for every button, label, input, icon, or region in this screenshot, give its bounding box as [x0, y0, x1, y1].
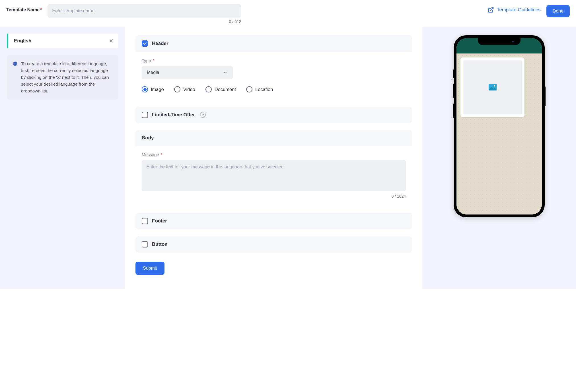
- check-icon: [143, 42, 147, 46]
- message-counter: 0 / 1024: [142, 194, 406, 199]
- main-area: English × To create a template in a diff…: [0, 27, 576, 289]
- left-sidebar: English × To create a template in a diff…: [0, 27, 125, 289]
- footer-section: Footer: [135, 213, 412, 229]
- radio-video-label: Video: [183, 87, 195, 92]
- template-name-counter: 0 / 512: [48, 19, 241, 24]
- preview-column: [422, 27, 576, 289]
- preview-message-card: [460, 57, 524, 117]
- header-checkbox[interactable]: [142, 40, 148, 47]
- svg-rect-2: [15, 63, 15, 65]
- radio-document-label: Document: [215, 87, 236, 92]
- radio-image-label: Image: [151, 87, 164, 92]
- template-guidelines-label: Template Guidelines: [497, 7, 541, 13]
- type-field-label: Type *: [142, 58, 406, 63]
- template-name-input[interactable]: [48, 4, 241, 18]
- message-field-label: Message *: [142, 152, 406, 157]
- svg-point-3: [15, 62, 15, 63]
- media-type-radio-group: Image Video Document Location: [142, 86, 406, 92]
- svg-point-5: [494, 85, 495, 87]
- type-select[interactable]: Media: [142, 66, 233, 79]
- remove-language-button[interactable]: ×: [109, 38, 113, 44]
- body-section: Body Message * 0 / 1024: [135, 130, 412, 206]
- svg-line-0: [490, 8, 493, 11]
- type-select-value: Media: [147, 70, 159, 75]
- top-bar: Template Name* 0 / 512 Template Guidelin…: [0, 0, 576, 27]
- template-name-input-wrap: 0 / 512: [48, 4, 241, 24]
- phone-mockup: [454, 35, 545, 217]
- radio-location[interactable]: Location: [246, 86, 273, 92]
- phone-notch: [478, 38, 521, 45]
- chevron-down-icon: [223, 70, 228, 75]
- radio-image[interactable]: Image: [142, 86, 164, 92]
- template-name-label: Template Name*: [6, 4, 42, 13]
- whatsapp-chat-body: [456, 53, 542, 214]
- button-section: Button: [135, 236, 412, 253]
- form-column: Header Type * Media Image V: [125, 27, 422, 289]
- submit-button[interactable]: Submit: [135, 262, 164, 275]
- help-icon[interactable]: ?: [200, 112, 206, 118]
- button-title: Button: [152, 242, 168, 247]
- header-title: Header: [152, 41, 168, 46]
- limited-time-offer-checkbox[interactable]: [142, 112, 148, 118]
- external-link-icon: [488, 7, 494, 13]
- language-label: English: [14, 38, 31, 44]
- footer-title: Footer: [152, 218, 167, 224]
- radio-video[interactable]: Video: [174, 86, 195, 92]
- language-info-text: To create a template in a different lang…: [21, 60, 113, 94]
- language-card: English ×: [7, 34, 118, 48]
- limited-time-offer-section: Limited-Time Offer ?: [135, 107, 412, 123]
- language-info-box: To create a template in a different lang…: [7, 55, 118, 100]
- template-guidelines-link[interactable]: Template Guidelines: [488, 4, 541, 13]
- done-button[interactable]: Done: [546, 5, 570, 17]
- info-icon: [13, 61, 18, 66]
- header-section: Header Type * Media Image V: [135, 35, 412, 100]
- radio-document[interactable]: Document: [205, 86, 236, 92]
- image-placeholder-icon: [488, 82, 497, 92]
- footer-checkbox[interactable]: [142, 218, 148, 224]
- message-textarea[interactable]: [142, 160, 406, 191]
- radio-location-label: Location: [255, 87, 273, 92]
- limited-time-offer-title: Limited-Time Offer: [152, 112, 195, 118]
- body-title: Body: [142, 135, 154, 141]
- button-checkbox[interactable]: [142, 241, 148, 247]
- preview-image-placeholder: [463, 60, 522, 114]
